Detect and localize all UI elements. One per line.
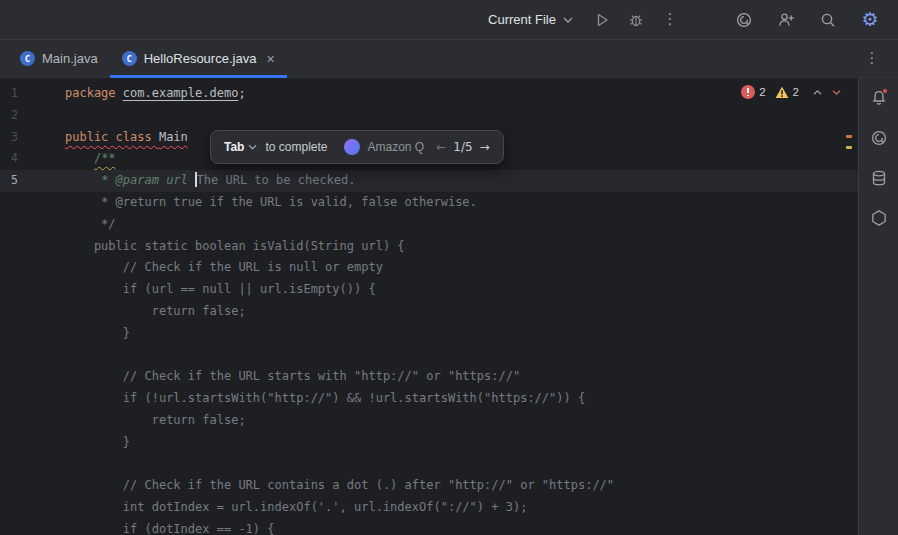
code-line[interactable]: * @return true if the URL is valid, fals… <box>0 192 858 214</box>
code-line[interactable]: // Check if the URL starts with "http://… <box>0 366 858 388</box>
code-line[interactable] <box>0 454 858 476</box>
amazon-q-toolbar-button[interactable] <box>730 6 758 34</box>
run-configuration-selector[interactable]: Current File <box>479 7 582 32</box>
gear-icon: ⚙ <box>861 10 878 29</box>
line-number <box>0 388 18 410</box>
line-number <box>0 454 18 476</box>
code-line-text: public static boolean isValid(String url… <box>18 236 405 258</box>
next-suggestion-icon[interactable]: → <box>480 140 490 154</box>
code-line-text: * @return true if the URL is valid, fals… <box>18 192 477 214</box>
code-line[interactable]: // Check if the URL is null or empty <box>0 257 858 279</box>
code-line-text: // Check if the URL starts with "http://… <box>18 366 520 388</box>
warning-stripe-mark[interactable] <box>846 146 852 149</box>
code-line-text: return false; <box>18 301 246 323</box>
tab-main-java[interactable]: C Main.java <box>8 40 110 77</box>
code-line-text <box>18 105 65 127</box>
tab-helloresource-java[interactable]: C HelloResource.java × <box>110 40 287 77</box>
code-line-text <box>18 454 65 476</box>
code-line[interactable]: 1package com.example.demo; <box>0 83 858 105</box>
main-toolbar: Current File <box>0 0 898 40</box>
code-line[interactable]: */ <box>0 214 858 236</box>
tab-key-label: Tab <box>224 140 244 154</box>
previous-suggestion-icon[interactable]: ← <box>436 140 446 154</box>
code-line-text <box>18 345 65 367</box>
amazon-q-swirl-icon <box>870 129 888 147</box>
search-icon <box>819 11 837 29</box>
right-tool-stripe <box>858 78 898 535</box>
code-line[interactable]: if (!url.startsWith("http://") && !url.s… <box>0 388 858 410</box>
code-line-text: // Check if the URL contains a dot (.) a… <box>18 475 614 497</box>
main-content: 1package com.example.demo;23public class… <box>0 78 898 535</box>
line-number: 4 <box>0 148 18 170</box>
inspection-widget[interactable]: 2 2 <box>741 85 842 99</box>
code-line[interactable]: 5 * @param url The URL to be checked. <box>0 170 858 192</box>
error-count: 2 <box>759 86 765 98</box>
line-number <box>0 301 18 323</box>
code-line[interactable]: } <box>0 323 858 345</box>
code-line[interactable]: } <box>0 432 858 454</box>
hexagon-icon <box>870 209 888 227</box>
warning-icon <box>775 86 789 99</box>
line-number <box>0 279 18 301</box>
code-line[interactable]: // Check if the URL contains a dot (.) a… <box>0 475 858 497</box>
code-line-text: /** <box>18 148 116 170</box>
code-line[interactable]: return false; <box>0 410 858 432</box>
code-line-text: * @param url The URL to be checked. <box>18 170 356 192</box>
code-line-text: if (dotIndex == -1) { <box>18 519 275 535</box>
code-line-text: package com.example.demo; <box>18 83 246 105</box>
code-line-text: // Check if the URL is null or empty <box>18 257 383 279</box>
code-line-text: if (!url.startsWith("http://") && !url.s… <box>18 388 585 410</box>
next-error-icon[interactable] <box>831 89 842 96</box>
run-button[interactable] <box>588 6 616 34</box>
code-line[interactable]: public static boolean isValid(String url… <box>0 236 858 258</box>
java-class-icon: C <box>122 51 137 66</box>
line-number: 2 <box>0 105 18 127</box>
code-line[interactable] <box>0 345 858 367</box>
provider-label: Amazon Q <box>368 140 425 154</box>
amazon-q-logo <box>344 139 360 155</box>
code-line[interactable]: if (url == null || url.isEmpty()) { <box>0 279 858 301</box>
warning-count-group[interactable]: 2 <box>775 86 799 99</box>
database-icon <box>870 169 888 187</box>
code-line-text: public class Main <box>18 127 188 149</box>
completion-hint-text: to complete <box>265 140 327 154</box>
warning-count: 2 <box>793 86 799 98</box>
line-number <box>0 432 18 454</box>
code-editor[interactable]: 1package com.example.demo;23public class… <box>0 78 858 535</box>
line-number <box>0 475 18 497</box>
error-stripe-mark[interactable] <box>846 135 852 138</box>
close-tab-icon[interactable]: × <box>266 51 274 67</box>
line-number <box>0 323 18 345</box>
code-line[interactable]: 2 <box>0 105 858 127</box>
debug-button[interactable] <box>622 6 650 34</box>
dependencies-tool-window-button[interactable] <box>865 204 893 232</box>
error-count-group[interactable]: 2 <box>741 85 765 99</box>
database-tool-window-button[interactable] <box>865 164 893 192</box>
search-everywhere-button[interactable] <box>814 6 842 34</box>
code-line[interactable]: if (dotIndex == -1) { <box>0 519 858 535</box>
run-controls: Current File <box>479 6 684 34</box>
tab-label: HelloResource.java <box>144 51 257 66</box>
more-actions-button[interactable]: ⋮ <box>656 6 684 34</box>
line-number <box>0 236 18 258</box>
code-line[interactable]: return false; <box>0 301 858 323</box>
line-number <box>0 214 18 236</box>
code-line-text: } <box>18 323 130 345</box>
code-line-text: int dotIndex = url.indexOf('.', url.inde… <box>18 497 527 519</box>
play-icon <box>593 11 611 29</box>
error-navigation <box>812 89 842 96</box>
notifications-button[interactable] <box>865 84 893 112</box>
code-line[interactable]: int dotIndex = url.indexOf('.', url.inde… <box>0 497 858 519</box>
tab-key-hint[interactable]: Tab <box>224 140 257 154</box>
line-number <box>0 192 18 214</box>
code-with-me-button[interactable] <box>772 6 800 34</box>
line-number <box>0 410 18 432</box>
ide-window: Current File <box>0 0 898 535</box>
bug-icon <box>627 11 645 29</box>
previous-error-icon[interactable] <box>812 89 823 96</box>
chevron-down-icon <box>563 17 573 23</box>
amazon-q-tool-window-button[interactable] <box>865 124 893 152</box>
tab-options-button[interactable]: ⋮ <box>858 45 886 73</box>
settings-button[interactable]: ⚙ <box>856 6 884 34</box>
code-line-text: return false; <box>18 410 246 432</box>
